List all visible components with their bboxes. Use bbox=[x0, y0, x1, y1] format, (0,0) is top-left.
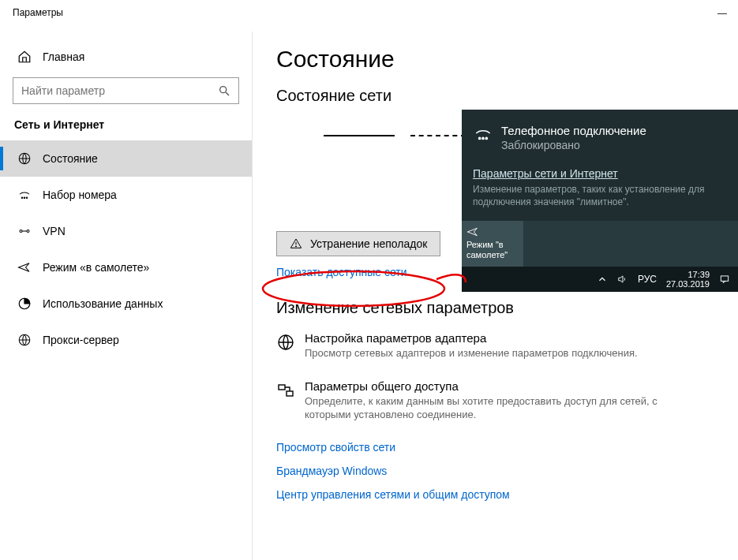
svg-point-4 bbox=[24, 197, 25, 199]
troubleshoot-label: Устранение неполадок bbox=[310, 237, 427, 250]
airplane-icon bbox=[17, 260, 32, 274]
adapter-settings-row[interactable]: Настройка параметров адаптера Просмотр с… bbox=[276, 331, 671, 360]
svg-marker-19 bbox=[619, 276, 623, 282]
troubleshoot-button[interactable]: Устранение неполадок bbox=[276, 231, 440, 256]
svg-point-3 bbox=[21, 197, 23, 199]
vpn-icon bbox=[17, 224, 32, 238]
taskbar-tray: РУС 17:39 27.03.2019 bbox=[462, 267, 738, 292]
language-indicator[interactable]: РУС bbox=[638, 274, 657, 285]
proxy-icon bbox=[17, 333, 32, 347]
flyout-tile-label: Режим "в самолете" bbox=[466, 240, 519, 259]
svg-line-1 bbox=[226, 92, 229, 95]
minimize-icon[interactable] bbox=[717, 5, 727, 14]
sidebar-search[interactable] bbox=[13, 77, 239, 104]
svg-point-16 bbox=[479, 137, 481, 139]
sidebar-home[interactable]: Главная bbox=[0, 41, 252, 73]
action-center-icon[interactable] bbox=[719, 274, 730, 285]
sidebar-home-label: Главная bbox=[43, 50, 84, 63]
network-properties-link[interactable]: Просмотр свойств сети bbox=[276, 441, 714, 454]
sidebar-item-proxy[interactable]: Прокси-сервер bbox=[0, 322, 252, 358]
svg-rect-15 bbox=[287, 391, 293, 396]
tray-time: 17:39 bbox=[666, 270, 710, 280]
svg-point-12 bbox=[295, 246, 296, 247]
svg-rect-20 bbox=[721, 276, 728, 281]
svg-point-0 bbox=[220, 87, 227, 93]
search-icon bbox=[218, 84, 230, 97]
flyout-connection[interactable]: Телефонное подключение Заблокировано bbox=[462, 110, 738, 162]
diagram-line-solid bbox=[324, 135, 395, 136]
settings-sidebar: Главная Сеть и Интернет Состояние Набор … bbox=[0, 32, 253, 560]
svg-rect-14 bbox=[279, 385, 285, 390]
globe-icon bbox=[276, 333, 295, 352]
sharing-desc: Определите, к каким данным вы хотите пре… bbox=[305, 394, 671, 422]
sharing-settings-row[interactable]: Параметры общего доступа Определите, к к… bbox=[276, 379, 671, 422]
flyout-settings-link[interactable]: Параметры сети и Интернет bbox=[473, 167, 618, 180]
diagram-line-dashed bbox=[410, 135, 466, 136]
sidebar-item-datausage[interactable]: Использование данных bbox=[0, 286, 252, 322]
sidebar-item-label: Состояние bbox=[43, 152, 98, 165]
network-flyout: Телефонное подключение Заблокировано Пар… bbox=[462, 110, 738, 292]
window-title: Параметры bbox=[13, 7, 63, 18]
adapter-title: Настройка параметров адаптера bbox=[305, 331, 638, 345]
sidebar-item-airplane[interactable]: Режим «в самолете» bbox=[0, 249, 252, 286]
sidebar-item-label: Использование данных bbox=[43, 297, 163, 310]
tray-date: 27.03.2019 bbox=[666, 279, 710, 289]
window-titlebar: Параметры bbox=[0, 0, 738, 25]
chevron-up-icon[interactable] bbox=[597, 274, 608, 285]
section-subtitle: Состояние сети bbox=[276, 87, 714, 105]
airplane-icon bbox=[466, 226, 479, 238]
dialup-icon bbox=[17, 188, 32, 202]
svg-point-18 bbox=[485, 137, 487, 139]
flyout-tile-airplane[interactable]: Режим "в самолете" bbox=[462, 221, 523, 267]
sidebar-item-label: Прокси-сервер bbox=[43, 334, 119, 346]
sidebar-section-title: Сеть и Интернет bbox=[0, 118, 252, 131]
sidebar-item-label: Набор номера bbox=[43, 189, 117, 201]
globe-icon bbox=[17, 151, 32, 166]
flyout-conn-status: Заблокировано bbox=[501, 139, 646, 151]
sidebar-item-dialup[interactable]: Набор номера bbox=[0, 177, 252, 213]
sharing-title: Параметры общего доступа bbox=[305, 379, 671, 393]
sharing-icon bbox=[276, 381, 295, 400]
sidebar-item-vpn[interactable]: VPN bbox=[0, 213, 252, 249]
firewall-link[interactable]: Брандмауэр Windows bbox=[276, 465, 714, 477]
search-input[interactable] bbox=[21, 84, 218, 97]
volume-icon[interactable] bbox=[617, 274, 628, 285]
warning-icon bbox=[290, 237, 302, 250]
sharing-center-link[interactable]: Центр управления сетями и общим доступом bbox=[276, 488, 714, 501]
sidebar-item-label: VPN bbox=[43, 225, 66, 237]
change-settings-heading: Изменение сетевых параметров bbox=[276, 299, 714, 317]
sidebar-item-status[interactable]: Состояние bbox=[0, 140, 252, 177]
flyout-tiles: Режим "в самолете" bbox=[462, 221, 738, 267]
home-icon bbox=[17, 50, 32, 64]
sidebar-item-label: Режим «в самолете» bbox=[43, 261, 149, 274]
svg-point-5 bbox=[26, 197, 28, 199]
adapter-desc: Просмотр сетевых адаптеров и изменение п… bbox=[305, 346, 638, 360]
page-title: Состояние bbox=[276, 46, 714, 73]
data-usage-icon bbox=[17, 297, 32, 311]
flyout-settings-desc: Изменение параметров, таких как установл… bbox=[473, 183, 727, 208]
svg-point-6 bbox=[20, 230, 22, 233]
flyout-conn-title: Телефонное подключение bbox=[501, 124, 646, 137]
dialup-icon bbox=[473, 124, 493, 144]
svg-point-17 bbox=[482, 137, 484, 139]
tray-clock[interactable]: 17:39 27.03.2019 bbox=[666, 270, 710, 289]
svg-point-7 bbox=[27, 230, 29, 233]
